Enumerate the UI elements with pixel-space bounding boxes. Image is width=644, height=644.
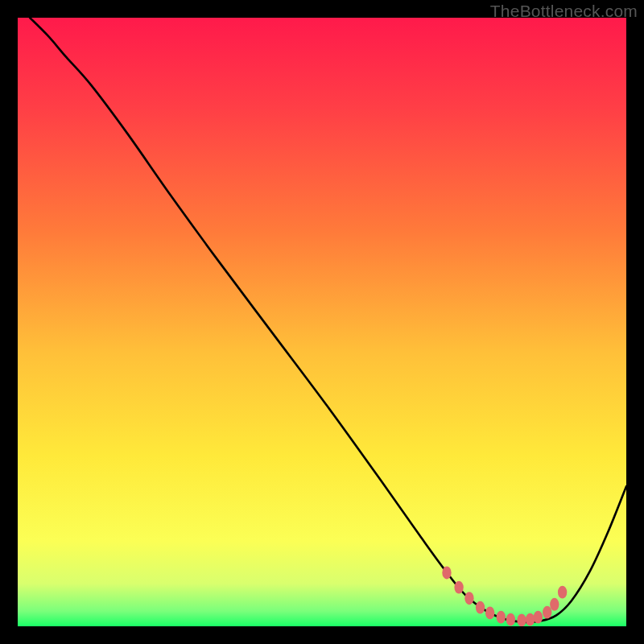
- highlight-dot: [497, 611, 506, 624]
- highlight-dot: [464, 592, 473, 605]
- highlight-dot: [485, 606, 494, 619]
- highlight-dot: [506, 613, 515, 626]
- highlight-dot: [534, 611, 543, 624]
- highlight-dot: [454, 581, 463, 594]
- highlight-dot: [517, 614, 526, 626]
- highlight-dot: [558, 586, 567, 599]
- highlight-dot: [526, 613, 535, 626]
- chart-container: TheBottleneck.com: [0, 0, 644, 644]
- highlight-dot: [543, 606, 551, 619]
- highlight-dot: [550, 598, 559, 611]
- watermark-text: TheBottleneck.com: [490, 2, 638, 21]
- bottleneck-curve: [18, 18, 626, 626]
- highlight-dot: [476, 601, 485, 614]
- highlight-dot: [442, 567, 451, 580]
- plot-area: [18, 18, 626, 626]
